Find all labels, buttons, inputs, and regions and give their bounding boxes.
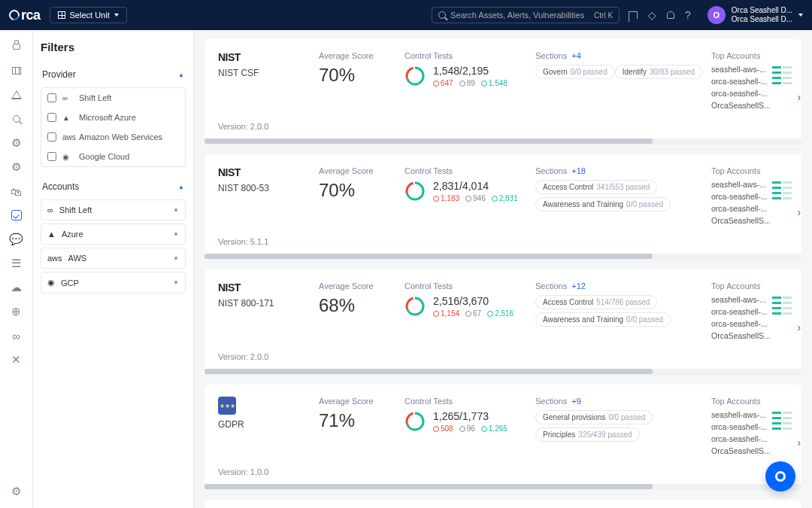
account-row[interactable]: OrcaSeashellS... — [711, 446, 771, 455]
nav-search-icon[interactable] — [11, 113, 23, 125]
account-bar — [772, 412, 792, 414]
account-row[interactable]: seashell-aws-... — [711, 180, 771, 189]
account-row[interactable]: orca-seashell-... — [711, 77, 771, 86]
accounts-header[interactable]: Accounts ▲ — [41, 178, 186, 196]
sections-count[interactable]: +9 — [571, 397, 581, 406]
section-pill[interactable]: Access Control 341/553 passed — [535, 180, 657, 194]
nav-compliance-icon[interactable] — [11, 209, 23, 221]
card-scrollbar[interactable] — [205, 484, 801, 489]
section-pill[interactable]: Awareness and Training 0/0 passed — [535, 312, 671, 327]
help-fab[interactable] — [765, 461, 795, 491]
select-unit-label: Select Unit — [70, 11, 110, 20]
brand-logo: rca — [9, 8, 41, 23]
framework-name: GDPR — [218, 419, 316, 430]
account-row[interactable]: seashell-aws-... — [711, 410, 771, 419]
provider-checkbox[interactable] — [47, 152, 56, 161]
expand-chevron[interactable]: › — [793, 397, 805, 458]
nav-shuffle-icon[interactable]: ✕ — [11, 354, 23, 366]
tests-ratio: 1,265/1,773 — [433, 410, 508, 422]
user-menu[interactable]: O Orca Seashell D... Orca Seashell D... — [707, 6, 803, 24]
card-scrollbar[interactable] — [205, 138, 801, 144]
account-item[interactable]: ▲Azure▼ — [41, 224, 186, 245]
account-name: Azure — [62, 230, 83, 239]
flag-icon[interactable] — [629, 9, 638, 21]
section-pill[interactable]: Principles 325/439 passed — [535, 427, 640, 442]
account-item[interactable]: ∞Shift Left▼ — [41, 199, 186, 221]
tests-breakdown: 647 89 1,548 — [433, 79, 508, 87]
accounts-list: seashell-aws-...orca-seashell-...orca-se… — [711, 295, 771, 340]
account-row[interactable]: orca-seashell-... — [711, 204, 771, 213]
nav-cloud-icon[interactable]: ☁ — [11, 281, 23, 294]
account-row[interactable]: OrcaSeashellS... — [711, 331, 771, 340]
nav-alert-icon[interactable] — [11, 89, 23, 101]
sections-count[interactable]: +18 — [571, 166, 586, 175]
account-row[interactable]: seashell-aws-... — [711, 65, 771, 74]
account-row[interactable]: orca-seashell-... — [711, 319, 771, 328]
pill-label: Identify — [623, 68, 647, 76]
account-bar — [772, 427, 792, 430]
provider-item[interactable]: ∞Shift Left — [41, 88, 185, 108]
expand-chevron[interactable]: › — [793, 51, 805, 113]
account-icon: ◉ — [47, 278, 55, 287]
progress-ring — [404, 65, 426, 87]
account-row[interactable]: orca-seashell-... — [711, 192, 771, 201]
provider-checkbox[interactable] — [47, 113, 56, 122]
section-pill[interactable]: Awareness and Training 0/0 passed — [535, 197, 671, 211]
nav-layout-icon[interactable] — [11, 65, 23, 77]
provider-checkbox[interactable] — [47, 93, 56, 102]
send-icon[interactable]: ◇ — [648, 9, 656, 21]
topbar: rca Select Unit Search Assets, Alerts, V… — [0, 0, 812, 30]
provider-checkbox[interactable] — [47, 132, 56, 141]
section-pill[interactable]: Govern 0/0 passed — [535, 65, 615, 79]
account-item[interactable]: awsAWS▼ — [41, 248, 186, 269]
account-bar — [772, 312, 792, 315]
account-row[interactable]: orca-seashell-... — [711, 434, 771, 443]
collapse-icon: ▲ — [178, 184, 184, 190]
nav-bag-icon[interactable]: 🛍 — [11, 185, 23, 197]
account-row[interactable]: orca-seashell-... — [711, 422, 771, 431]
bell-icon[interactable] — [667, 9, 674, 21]
account-row[interactable]: orca-seashell-... — [711, 307, 771, 316]
control-tests-label: Control Tests — [404, 281, 532, 291]
account-row[interactable]: OrcaSeashellS... — [711, 101, 771, 110]
sections-label: Sections +9 — [535, 397, 708, 406]
search-input[interactable]: Search Assets, Alerts, Vulnerabilities C… — [432, 7, 620, 23]
nav-sliders-icon[interactable]: ⚙ — [11, 137, 23, 149]
select-unit-dropdown[interactable]: Select Unit — [50, 7, 127, 23]
help-icon[interactable]: ? — [685, 9, 691, 21]
card-scrollbar[interactable] — [205, 369, 801, 374]
section-pill[interactable]: General provisions 0/0 passed — [535, 410, 653, 424]
sections-count[interactable]: +4 — [571, 51, 581, 60]
provider-item[interactable]: awsAmazon Web Services — [41, 127, 185, 147]
filters-title: Filters — [41, 41, 186, 53]
pill-stat: 514/786 passed — [596, 298, 650, 306]
provider-header[interactable]: Provider ▲ — [41, 65, 186, 84]
sections-count[interactable]: +12 — [571, 281, 586, 291]
nav-infinity-icon[interactable]: ∞ — [11, 330, 23, 342]
nav-chat-icon[interactable]: 💬 — [11, 233, 23, 245]
account-item[interactable]: ◉GCP▼ — [41, 272, 186, 294]
chevron-down-icon — [798, 14, 803, 17]
account-bar — [772, 77, 792, 79]
avg-score-value: 68% — [319, 295, 401, 316]
provider-item[interactable]: ▲Microsoft Azure — [41, 108, 185, 127]
provider-label: Provider — [42, 69, 76, 80]
section-pill[interactable]: Identify 30/83 passed — [615, 65, 702, 79]
nav-lock-icon[interactable] — [11, 41, 23, 53]
account-row[interactable]: OrcaSeashellS... — [711, 216, 771, 225]
card-scrollbar[interactable] — [205, 254, 801, 259]
nav-db-icon[interactable]: ☰ — [11, 257, 23, 269]
expand-chevron[interactable]: › — [793, 166, 805, 228]
account-bar — [772, 192, 792, 194]
chevron-down-icon: ▼ — [173, 207, 179, 214]
nav-add-icon[interactable]: ⊕ — [11, 306, 23, 318]
section-pill[interactable]: Access Control 514/786 passed — [535, 295, 657, 309]
expand-chevron[interactable]: › — [793, 281, 805, 343]
nav-gear-icon[interactable]: ⚙ — [11, 161, 23, 173]
nav-settings-icon[interactable]: ⚙ — [11, 485, 23, 497]
provider-item[interactable]: ◉Google Cloud — [41, 147, 185, 166]
account-row[interactable]: orca-seashell-... — [711, 89, 771, 98]
account-row[interactable]: seashell-aws-... — [711, 295, 771, 304]
provider-name: Amazon Web Services — [79, 132, 162, 141]
accounts-list: seashell-aws-...orca-seashell-...orca-se… — [711, 410, 771, 455]
